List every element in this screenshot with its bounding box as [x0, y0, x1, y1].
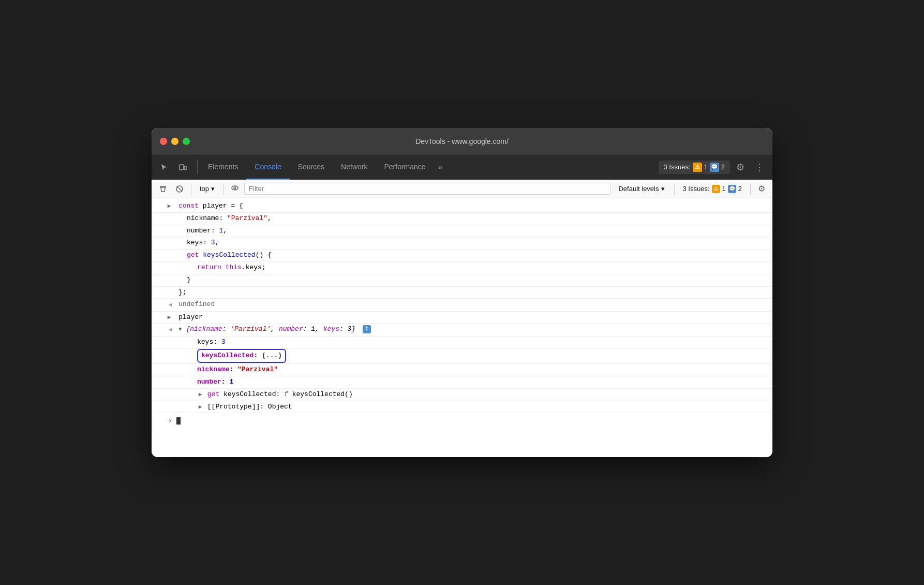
- console-code-line-7: }: [152, 274, 772, 287]
- console-toolbar: top ▾ Default levels ▾ 3 Issues: ⚠ 1 💬 2…: [152, 180, 772, 198]
- filter-input[interactable]: [244, 183, 611, 195]
- console-player-input-line: ▶ player: [152, 312, 772, 324]
- input-cursor[interactable]: [176, 416, 181, 427]
- console-code-line-3: number: 1,: [152, 225, 772, 238]
- toolbar-divider-3: [674, 183, 675, 195]
- tab-icons: [156, 160, 191, 174]
- warning-count-badge: ⚠: [693, 163, 702, 172]
- collapse-arrow-obj[interactable]: ▼: [178, 326, 182, 332]
- levels-button[interactable]: Default levels ▾: [613, 183, 669, 194]
- toolbar-divider-2: [223, 183, 223, 195]
- code-line-8-text: };: [176, 287, 768, 298]
- eye-icon-btn[interactable]: [228, 182, 242, 196]
- tabbar-right: 3 Issues: ⚠ 1 💬 2 ⚙ ⋮: [659, 158, 769, 176]
- console-keys-line: keys: 3: [152, 337, 772, 349]
- minimize-button[interactable]: [171, 138, 178, 145]
- more-options-icon-btn[interactable]: ⋮: [751, 158, 768, 176]
- tab-console[interactable]: Console: [246, 155, 289, 180]
- code-line-6-text: return this.keys;: [176, 262, 768, 273]
- close-button[interactable]: [160, 138, 167, 145]
- tab-sources[interactable]: Sources: [290, 155, 333, 180]
- line-gutter-6: [152, 262, 176, 264]
- keyscollected-highlight[interactable]: keysCollected: (...): [197, 349, 286, 363]
- expand-arrow-proto[interactable]: ▶: [197, 403, 203, 412]
- line-gutter-num: [152, 377, 176, 378]
- toolbar-divider-1: [191, 183, 191, 195]
- console-content: ▶ const player = { nickname: "Parzival",…: [152, 198, 772, 457]
- maximize-button[interactable]: [183, 138, 190, 145]
- line-gutter-nn: [152, 364, 176, 365]
- line-gutter-proto: [152, 402, 176, 403]
- code-line-7-text: }: [176, 275, 768, 286]
- svg-rect-1: [184, 166, 186, 170]
- tab-network[interactable]: Network: [333, 155, 376, 180]
- prototype-text: ▶ [[Prototype]]: Object: [176, 402, 768, 413]
- console-input-line: ›: [152, 413, 772, 429]
- devtools-window: DevTools - www.google.com/ Elements Cons…: [152, 128, 772, 457]
- svg-point-4: [232, 186, 238, 190]
- keys-text: keys: 3: [176, 337, 768, 348]
- console-number-line: number: 1: [152, 376, 772, 389]
- tab-performance[interactable]: Performance: [376, 155, 434, 180]
- cursor-block: [176, 417, 181, 425]
- cursor-icon: [160, 163, 168, 171]
- clear-console-button[interactable]: [156, 183, 170, 195]
- code-line-2-text: nickname: "Parzival",: [176, 213, 768, 224]
- console-code-line-1: ▶ const player = {: [152, 200, 772, 213]
- tab-bar: Elements Console Sources Network Perform…: [152, 155, 772, 180]
- svg-rect-0: [180, 165, 184, 170]
- code-line-3-text: number: 1,: [176, 226, 768, 237]
- cursor-icon-btn[interactable]: [156, 160, 172, 174]
- expand-arrow-getter[interactable]: ▶: [197, 390, 203, 400]
- window-title: DevTools - www.google.com/: [415, 137, 509, 145]
- info-badge[interactable]: i: [363, 325, 371, 333]
- input-prompt: ›: [152, 415, 176, 427]
- keyscollected-text: keysCollected: (...): [176, 349, 768, 363]
- line-gutter-8: [152, 287, 176, 288]
- line-gutter-3: [152, 226, 176, 227]
- output-arrow-obj: ◀: [169, 325, 172, 335]
- line-gutter-keys: [152, 337, 176, 338]
- console-object-line: ◀ ▼ {nickname: 'Parzival', number: 1, ke…: [152, 324, 772, 336]
- tab-divider-1: [197, 160, 198, 174]
- expand-arrow-1[interactable]: ▶: [166, 202, 172, 211]
- number-text: number: 1: [176, 377, 768, 388]
- console-nickname-line: nickname: "Parzival": [152, 364, 772, 376]
- device-icon: [178, 163, 187, 171]
- line-gutter-1: ▶: [152, 201, 176, 211]
- device-icon-btn[interactable]: [174, 160, 191, 174]
- window-controls: [160, 138, 190, 145]
- line-gutter-getter: [152, 389, 176, 390]
- svg-point-5: [234, 187, 236, 189]
- clear-icon: [159, 185, 167, 193]
- issues-badge[interactable]: 3 Issues: ⚠ 1 💬 2: [659, 160, 731, 174]
- line-gutter-player: ▶: [152, 312, 176, 323]
- output-arrow-undef: ◀: [169, 300, 172, 310]
- line-gutter-kc: [152, 349, 176, 350]
- chat-count-badge: 💬: [710, 163, 719, 172]
- console-undefined-line: ◀ undefined: [152, 299, 772, 311]
- console-settings-button[interactable]: ⚙: [755, 182, 768, 196]
- console-issues-button[interactable]: 3 Issues: ⚠ 1 💬 2: [679, 183, 747, 195]
- expand-arrow-player[interactable]: ▶: [166, 313, 172, 323]
- context-selector[interactable]: top ▾: [196, 183, 219, 194]
- titlebar: DevTools - www.google.com/: [152, 128, 772, 155]
- line-gutter-5: [152, 250, 176, 251]
- line-gutter-4: [152, 238, 176, 239]
- eye-icon: [231, 184, 239, 192]
- console-prototype-line: ▶ [[Prototype]]: Object: [152, 401, 772, 414]
- more-tabs-button[interactable]: »: [434, 159, 447, 175]
- toolbar-divider-4: [750, 183, 751, 195]
- line-gutter-2: [152, 213, 176, 214]
- svg-line-3: [177, 186, 182, 192]
- console-warning-icon: ⚠: [712, 185, 720, 193]
- code-line-5-text: get keysCollected() {: [176, 250, 768, 261]
- block-icon: [175, 185, 184, 193]
- tab-elements[interactable]: Elements: [200, 155, 246, 180]
- player-input-text: player: [176, 312, 768, 323]
- settings-icon-btn[interactable]: ⚙: [732, 158, 749, 176]
- getter-text: ▶ get keysCollected: f keysCollected(): [176, 389, 768, 400]
- block-icon-btn[interactable]: [172, 183, 187, 195]
- console-code-line-8: };: [152, 287, 772, 299]
- object-summary-text: ▼ {nickname: 'Parzival', number: 1, keys…: [176, 324, 768, 335]
